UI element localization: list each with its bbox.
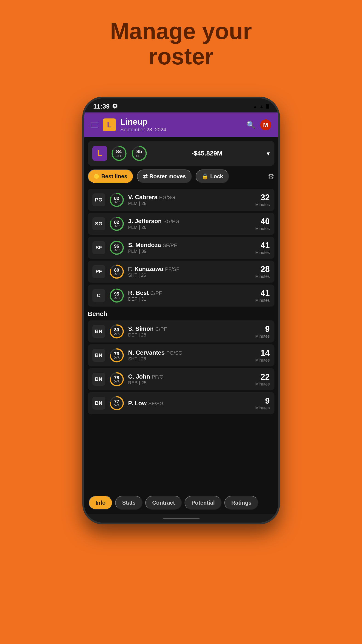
players-list: PG 82 OVR V. Cabrera PG/SG PLM | 28 32 M… bbox=[84, 187, 278, 492]
player-minutes: 22 Minutes bbox=[255, 372, 270, 387]
team-budget: -$45.829M bbox=[151, 150, 263, 157]
lock-label: Lock bbox=[210, 173, 223, 180]
position-badge: PG bbox=[92, 194, 105, 206]
tab-potential[interactable]: Potential bbox=[185, 496, 222, 510]
best-lines-label: Best lines bbox=[101, 173, 127, 180]
position-badge: BN bbox=[92, 325, 105, 338]
ovr-circle: 96 OVR bbox=[109, 240, 125, 256]
header-subtitle: September 23, 2024 bbox=[120, 127, 242, 133]
off-rating-circle: 84 OFF bbox=[111, 145, 127, 162]
home-indicator bbox=[84, 514, 278, 522]
player-row[interactable]: BN 76 OVR N. Cervantes PG/SG SHT | 28 14… bbox=[88, 344, 274, 366]
player-info: S. Mendoza SF/PF PLM | 39 bbox=[128, 242, 252, 254]
profile-icon[interactable]: M bbox=[260, 119, 271, 130]
position-badge: BN bbox=[92, 373, 105, 386]
page-title: Manage your roster bbox=[110, 18, 252, 69]
wifi-icon: ▲ bbox=[253, 104, 257, 108]
best-lines-button[interactable]: 🟡 Best lines bbox=[88, 170, 133, 183]
home-indicator-bar bbox=[163, 518, 200, 519]
player-row[interactable]: BN 77 OVR P. Low SF/SG 9 Minutes bbox=[88, 392, 274, 414]
app-header: L Lineup September 23, 2024 🔍 M bbox=[84, 112, 278, 137]
position-badge: PF bbox=[92, 265, 105, 278]
ovr-circle: 82 OVR bbox=[109, 216, 125, 232]
player-row[interactable]: C 95 OVR R. Best C/PF DEF | 31 41 Minute… bbox=[88, 284, 274, 306]
def-rating-number: 85 bbox=[136, 149, 142, 154]
settings-icon: ⚙ bbox=[112, 102, 118, 110]
player-name: F. Kanazawa PF/SF bbox=[128, 266, 252, 272]
ovr-circle: 80 OVR bbox=[109, 264, 125, 280]
ovr-circle: 80 OVR bbox=[109, 324, 125, 339]
position-badge: C bbox=[92, 289, 105, 302]
bottom-tab-bar: InfoStatsContractPotentialRatings bbox=[84, 492, 278, 514]
tab-contract[interactable]: Contract bbox=[145, 496, 182, 510]
position-badge: SG bbox=[92, 217, 105, 230]
lock-icon: 🔒 bbox=[202, 173, 208, 180]
def-rating-label: DEF bbox=[136, 154, 142, 158]
player-name: J. Jefferson SG/PG bbox=[128, 218, 252, 225]
off-rating-number: 84 bbox=[116, 149, 122, 154]
player-row[interactable]: BN 78 OVR C. John PF/C REB | 25 22 Minut… bbox=[88, 368, 274, 390]
lock-button[interactable]: 🔒 Lock bbox=[196, 170, 229, 183]
player-row[interactable]: PG 82 OVR V. Cabrera PG/SG PLM | 28 32 M… bbox=[88, 189, 274, 211]
player-info: V. Cabrera PG/SG PLM | 28 bbox=[128, 194, 252, 206]
player-sub: DEF | 31 bbox=[128, 296, 252, 302]
player-name: P. Low SF/SG bbox=[128, 400, 252, 407]
tab-info[interactable]: Info bbox=[89, 496, 113, 510]
player-info: R. Best C/PF DEF | 31 bbox=[128, 289, 252, 302]
ovr-circle: 77 OVR bbox=[109, 395, 125, 411]
player-minutes: 14 Minutes bbox=[255, 348, 270, 363]
player-sub: DEF | 28 bbox=[128, 332, 252, 338]
header-title: Lineup bbox=[120, 117, 242, 127]
player-sub: PLM | 28 bbox=[128, 201, 252, 206]
player-info: P. Low SF/SG bbox=[128, 400, 252, 407]
status-bar: 11:39 ⚙ ▲ ▲ ▉ bbox=[84, 98, 278, 112]
player-name: C. John PF/C bbox=[128, 373, 252, 380]
player-info: F. Kanazawa PF/SF SHT | 26 bbox=[128, 266, 252, 278]
player-row[interactable]: BN 80 OVR S. Simon C/PF DEF | 28 9 Minut… bbox=[88, 320, 274, 342]
position-badge: BN bbox=[92, 349, 105, 362]
hamburger-menu[interactable] bbox=[91, 122, 98, 128]
header-title-group: Lineup September 23, 2024 bbox=[120, 117, 242, 133]
player-row[interactable]: SG 82 OVR J. Jefferson SG/PG PLM | 26 40… bbox=[88, 213, 274, 235]
player-name: R. Best C/PF bbox=[128, 289, 252, 296]
action-buttons: 🟡 Best lines ⇄ Roster moves 🔒 Lock ⚙ bbox=[84, 170, 278, 187]
player-info: J. Jefferson SG/PG PLM | 26 bbox=[128, 218, 252, 230]
player-sub: SHT | 26 bbox=[128, 272, 252, 278]
content-area: L 84 OFF 85 DEF bbox=[84, 137, 278, 514]
gear-button[interactable]: ⚙ bbox=[268, 172, 274, 181]
roster-moves-label: Roster moves bbox=[149, 173, 186, 180]
player-name: N. Cervantes PG/SG bbox=[128, 349, 252, 356]
player-sub: PLM | 26 bbox=[128, 225, 252, 230]
tab-ratings[interactable]: Ratings bbox=[224, 496, 258, 510]
team-logo-header: L bbox=[103, 118, 116, 131]
off-rating-label: OFF bbox=[116, 154, 122, 158]
ovr-circle: 95 OVR bbox=[109, 288, 125, 303]
ovr-circle: 76 OVR bbox=[109, 348, 125, 363]
status-time: 11:39 bbox=[93, 103, 110, 110]
player-name: V. Cabrera PG/SG bbox=[128, 194, 252, 201]
player-minutes: 41 Minutes bbox=[255, 288, 270, 303]
def-rating-circle: 85 DEF bbox=[131, 145, 148, 162]
player-sub: REB | 25 bbox=[128, 380, 252, 386]
header-actions: 🔍 M bbox=[246, 119, 271, 130]
tab-stats[interactable]: Stats bbox=[115, 496, 142, 510]
player-row[interactable]: SF 96 OVR S. Mendoza SF/PF PLM | 39 41 M… bbox=[88, 237, 274, 259]
ovr-circle: 78 OVR bbox=[109, 372, 125, 387]
team-rating-bar[interactable]: L 84 OFF 85 DEF bbox=[88, 141, 274, 166]
signal-icon: ▲ bbox=[260, 104, 263, 108]
expand-icon[interactable]: ▾ bbox=[267, 150, 270, 157]
player-minutes: 40 Minutes bbox=[255, 217, 270, 231]
team-logo: L bbox=[92, 146, 107, 161]
position-badge: SF bbox=[92, 241, 105, 254]
player-row[interactable]: PF 80 OVR F. Kanazawa PF/SF SHT | 26 28 … bbox=[88, 260, 274, 283]
player-minutes: 9 Minutes bbox=[255, 396, 270, 410]
player-info: N. Cervantes PG/SG SHT | 28 bbox=[128, 349, 252, 362]
player-info: C. John PF/C REB | 25 bbox=[128, 373, 252, 386]
player-name: S. Simon C/PF bbox=[128, 325, 252, 332]
player-minutes: 41 Minutes bbox=[255, 240, 270, 255]
roster-moves-button[interactable]: ⇄ Roster moves bbox=[137, 170, 192, 183]
player-name: S. Mendoza SF/PF bbox=[128, 242, 252, 249]
player-minutes: 9 Minutes bbox=[255, 324, 270, 339]
search-icon[interactable]: 🔍 bbox=[246, 120, 256, 129]
player-minutes: 32 Minutes bbox=[255, 193, 270, 207]
